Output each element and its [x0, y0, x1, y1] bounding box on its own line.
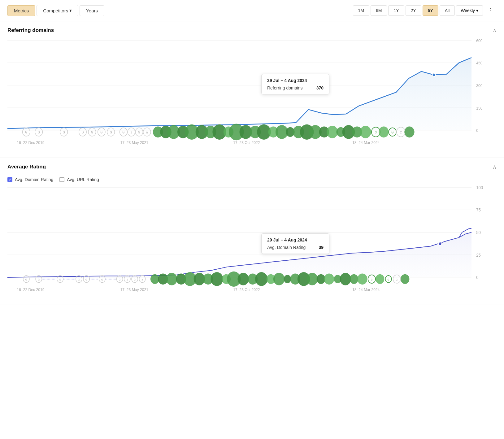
- svg-text:G: G: [38, 130, 40, 134]
- range-1y[interactable]: 1Y: [388, 5, 404, 16]
- svg-point-136: [376, 274, 384, 284]
- svg-point-124: [284, 275, 291, 283]
- range-all[interactable]: All: [440, 5, 455, 16]
- referring-domains-chart: 600 450 300 150 0 16–22 Dec 2019 17–23 M…: [7, 37, 497, 154]
- svg-text:G: G: [391, 130, 393, 134]
- interval-selector[interactable]: Weekly ▾: [456, 5, 483, 16]
- svg-point-127: [306, 273, 318, 285]
- svg-text:G: G: [387, 278, 389, 281]
- svg-point-109: [150, 274, 159, 284]
- svg-point-116: [211, 272, 223, 286]
- toolbar: Metrics Competitors ▾ Years 1M 6M 1Y 2Y …: [0, 0, 504, 21]
- svg-text:G: G: [78, 278, 80, 281]
- svg-point-119: [237, 273, 249, 285]
- range-1m[interactable]: 1M: [353, 5, 369, 16]
- svg-text:2: 2: [396, 278, 398, 281]
- svg-text:G: G: [100, 130, 102, 134]
- more-options-button[interactable]: ⋮: [484, 4, 497, 17]
- tab-years[interactable]: Years: [80, 5, 104, 16]
- svg-text:3: 3: [375, 130, 377, 134]
- svg-text:G: G: [38, 278, 40, 281]
- svg-point-129: [324, 273, 334, 285]
- toolbar-right: 1M 6M 1Y 2Y 5Y All Weekly ▾ ⋮: [353, 4, 497, 17]
- svg-text:a: a: [146, 130, 148, 134]
- svg-text:17–23 May 2021: 17–23 May 2021: [120, 287, 148, 292]
- range-6m[interactable]: 6M: [371, 5, 387, 16]
- svg-point-61: [360, 126, 371, 138]
- svg-text:16–22 Dec 2019: 16–22 Dec 2019: [17, 287, 44, 292]
- collapse-icon-2[interactable]: ∧: [493, 163, 497, 170]
- svg-point-141: [401, 274, 409, 284]
- svg-text:G: G: [101, 278, 103, 281]
- referring-domains-section: Referring domains ∧ 600 450 300 150 0: [0, 21, 504, 158]
- svg-text:16–22 Dec 2019: 16–22 Dec 2019: [17, 140, 44, 145]
- svg-point-131: [340, 273, 351, 285]
- svg-text:17–23 Oct 2022: 17–23 Oct 2022: [233, 287, 260, 292]
- chevron-down-icon: ▾: [69, 8, 72, 13]
- svg-text:100: 100: [476, 185, 483, 190]
- svg-text:18–24 Mar 2024: 18–24 Mar 2024: [352, 287, 380, 292]
- chevron-down-icon: ▾: [476, 8, 478, 13]
- svg-text:2: 2: [131, 130, 132, 134]
- legend-url-rating[interactable]: Avg. URL Rating: [59, 177, 99, 182]
- svg-text:150: 150: [476, 106, 482, 111]
- svg-point-57: [327, 126, 338, 138]
- svg-text:G: G: [59, 278, 61, 281]
- svg-text:G: G: [110, 130, 112, 134]
- svg-text:0: 0: [476, 275, 479, 280]
- average-rating-legend: ✓ Avg. Domain Rating Avg. URL Rating: [7, 173, 497, 184]
- svg-text:G: G: [134, 278, 136, 281]
- svg-point-64: [379, 126, 389, 137]
- svg-text:2: 2: [400, 130, 402, 134]
- legend-domain-label: Avg. Domain Rating: [15, 177, 53, 182]
- svg-point-69: [404, 126, 414, 137]
- svg-text:G: G: [122, 130, 124, 134]
- svg-text:0: 0: [476, 128, 478, 133]
- svg-point-132: [350, 274, 358, 284]
- legend-domain-rating[interactable]: ✓ Avg. Domain Rating: [7, 177, 53, 182]
- svg-text:50: 50: [476, 230, 481, 235]
- svg-text:600: 600: [476, 38, 482, 43]
- svg-text:a: a: [141, 278, 143, 281]
- svg-text:25: 25: [476, 252, 481, 258]
- referring-domains-svg: 600 450 300 150 0 16–22 Dec 2019 17–23 M…: [7, 37, 497, 154]
- checkbox-domain-rating[interactable]: ✓: [7, 177, 12, 182]
- average-rating-section: Average Rating ∧ ✓ Avg. Domain Rating Av…: [0, 158, 504, 305]
- tab-metrics[interactable]: Metrics: [7, 5, 35, 16]
- referring-domains-title: Referring domains: [7, 27, 54, 33]
- range-2y[interactable]: 2Y: [406, 5, 421, 16]
- svg-point-123: [273, 273, 285, 285]
- svg-text:G: G: [138, 130, 140, 134]
- svg-point-111: [166, 273, 177, 285]
- legend-url-label: Avg. URL Rating: [67, 177, 99, 182]
- svg-text:450: 450: [476, 61, 482, 66]
- checkbox-url-rating[interactable]: [59, 177, 64, 182]
- svg-point-133: [357, 273, 367, 285]
- average-rating-header: Average Rating ∧: [7, 158, 497, 173]
- svg-text:G: G: [91, 130, 93, 134]
- referring-domains-header: Referring domains ∧: [7, 21, 497, 37]
- svg-text:G: G: [85, 278, 87, 281]
- svg-text:300: 300: [476, 83, 482, 88]
- svg-text:G: G: [25, 130, 27, 134]
- svg-text:17–23 Oct 2022: 17–23 Oct 2022: [233, 140, 260, 145]
- svg-point-121: [255, 272, 268, 286]
- average-rating-svg: 100 75 50 25 0 16–22 Dec 2019 17–23 May …: [7, 184, 497, 302]
- svg-text:G: G: [119, 278, 120, 281]
- range-5y[interactable]: 5Y: [423, 5, 438, 16]
- svg-text:2: 2: [127, 278, 128, 281]
- svg-text:17–23 May 2021: 17–23 May 2021: [120, 140, 148, 145]
- average-rating-chart: 100 75 50 25 0 16–22 Dec 2019 17–23 May …: [7, 184, 497, 302]
- svg-text:18–24 Mar 2024: 18–24 Mar 2024: [352, 140, 380, 145]
- svg-text:G: G: [25, 278, 27, 281]
- toolbar-left: Metrics Competitors ▾ Years: [7, 5, 104, 16]
- svg-text:3: 3: [371, 278, 373, 281]
- svg-point-10: [432, 73, 435, 76]
- svg-text:G: G: [63, 130, 65, 134]
- collapse-icon[interactable]: ∧: [493, 27, 497, 34]
- tab-competitors[interactable]: Competitors ▾: [37, 5, 78, 16]
- svg-point-128: [317, 274, 325, 284]
- svg-text:75: 75: [476, 207, 481, 213]
- average-rating-title: Average Rating: [7, 164, 46, 170]
- svg-text:G: G: [82, 130, 84, 134]
